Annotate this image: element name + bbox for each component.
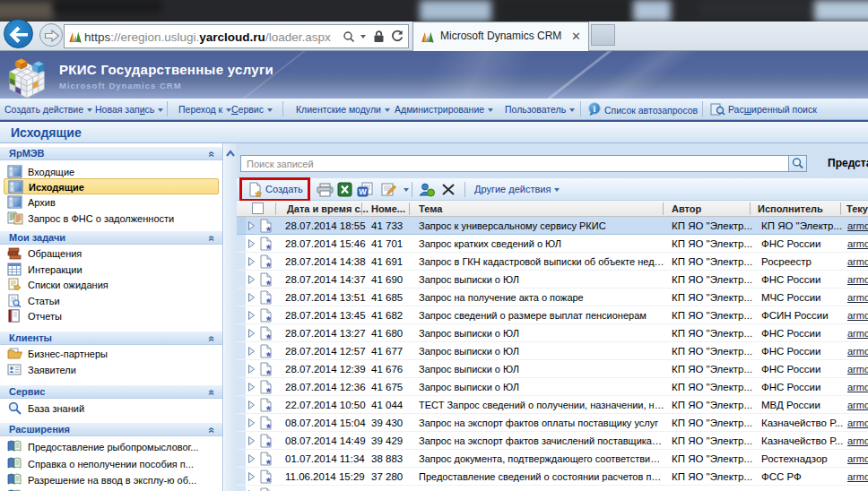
svg-text:W: W <box>359 187 367 196</box>
svg-text:i: i <box>594 104 596 114</box>
